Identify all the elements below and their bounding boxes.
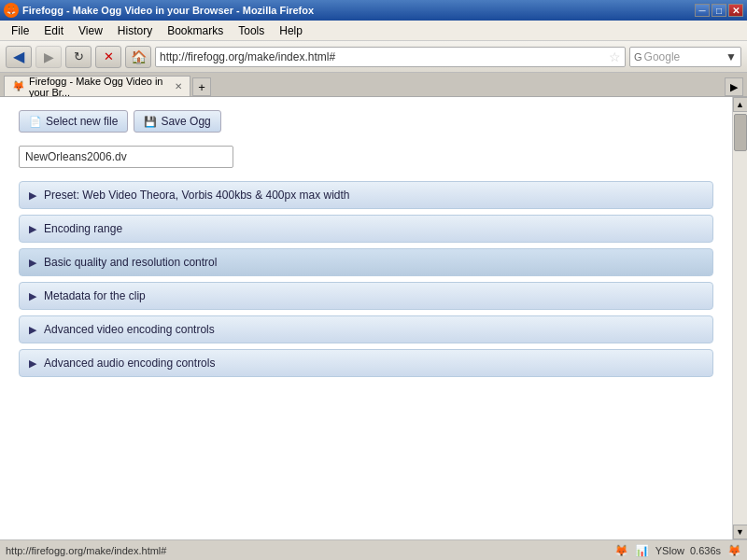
menu-edit[interactable]: Edit [36, 22, 71, 39]
section-basic-quality[interactable]: ▶ Basic quality and resolution control [19, 248, 713, 276]
chevron-right-icon: ▶ [29, 257, 36, 269]
page-content: 📄 Select new file 💾 Save Ogg NewOrleans2… [0, 97, 732, 539]
section-encoding-range-label: Encoding range [44, 222, 122, 235]
chevron-right-icon: ▶ [29, 357, 36, 370]
tab-favicon: 🦊 [12, 80, 25, 92]
firefox-status-icon: 🦊 [726, 543, 741, 558]
close-button[interactable]: ✕ [728, 4, 743, 17]
scroll-up-button[interactable]: ▲ [733, 97, 748, 112]
yslow-label: YSlow [655, 545, 684, 556]
scrollbar[interactable]: ▲ ▼ [732, 97, 747, 539]
section-advanced-audio-header[interactable]: ▶ Advanced audio encoding controls [20, 350, 712, 376]
section-encoding-range[interactable]: ▶ Encoding range [19, 215, 713, 243]
home-button[interactable]: 🏠 [125, 46, 151, 68]
title-bar-left: 🦊 Firefogg - Make Ogg Video in your Brow… [4, 3, 314, 18]
google-icon: G [634, 51, 642, 63]
section-basic-quality-label: Basic quality and resolution control [44, 256, 217, 269]
tab-bar: 🦊 Firefogg - Make Ogg Video in your Br..… [0, 73, 747, 97]
tab-label: Firefogg - Make Ogg Video in your Br... [29, 76, 171, 98]
title-bar: 🦊 Firefogg - Make Ogg Video in your Brow… [0, 0, 747, 21]
tab-scroll-right-button[interactable]: ▶ [725, 77, 743, 96]
page-area: 📄 Select new file 💾 Save Ogg NewOrleans2… [0, 97, 747, 539]
tab-close-icon[interactable]: ✕ [175, 81, 182, 91]
section-metadata-label: Metadata for the clip [44, 289, 146, 302]
maximize-button[interactable]: □ [712, 4, 726, 17]
section-preset-header[interactable]: ▶ Preset: Web Video Theora, Vorbis 400kb… [20, 182, 712, 208]
chevron-right-icon: ▶ [29, 223, 36, 235]
menu-view[interactable]: View [71, 22, 110, 39]
status-right: 🦊 📊 YSlow 0.636s 🦊 [614, 543, 741, 558]
section-advanced-video[interactable]: ▶ Advanced video encoding controls [19, 315, 713, 343]
section-advanced-audio-label: Advanced audio encoding controls [44, 357, 215, 370]
section-basic-quality-header[interactable]: ▶ Basic quality and resolution control [20, 249, 712, 275]
section-preset[interactable]: ▶ Preset: Web Video Theora, Vorbis 400kb… [19, 181, 713, 209]
load-time: 0.636s [690, 545, 721, 556]
minimize-button[interactable]: ─ [695, 4, 710, 17]
select-new-file-button[interactable]: 📄 Select new file [19, 110, 128, 133]
file-icon: 📄 [29, 116, 42, 128]
search-dropdown-icon[interactable]: ▼ [726, 50, 737, 63]
section-encoding-range-header[interactable]: ▶ Encoding range [20, 216, 712, 242]
menu-bar: File Edit View History Bookmarks Tools H… [0, 21, 747, 41]
section-metadata[interactable]: ▶ Metadata for the clip [19, 282, 713, 310]
nav-bar: ◀ ▶ ↻ ✕ 🏠 http://firefogg.org/make/index… [0, 41, 747, 73]
file-name-display: NewOrleans2006.dv [19, 146, 233, 168]
section-advanced-audio[interactable]: ▶ Advanced audio encoding controls [19, 349, 713, 377]
menu-bookmarks[interactable]: Bookmarks [160, 22, 231, 39]
search-placeholder: Google [644, 50, 725, 63]
back-button[interactable]: ◀ [6, 46, 32, 68]
url-text: http://firefogg.org/make/index.html# [160, 50, 607, 63]
status-url: http://firefogg.org/make/index.html# [6, 545, 166, 556]
save-icon: 💾 [144, 116, 157, 128]
menu-history[interactable]: History [110, 22, 160, 39]
window-title: Firefogg - Make Ogg Video in your Browse… [22, 5, 314, 16]
new-tab-button[interactable]: + [192, 77, 211, 96]
file-name-text: NewOrleans2006.dv [25, 150, 127, 163]
menu-tools[interactable]: Tools [231, 22, 272, 39]
menu-file[interactable]: File [4, 22, 36, 39]
yslow-icon: 📊 [635, 543, 650, 558]
active-tab[interactable]: 🦊 Firefogg - Make Ogg Video in your Br..… [4, 76, 190, 96]
firefox-icon: 🦊 [4, 3, 19, 18]
menu-help[interactable]: Help [272, 22, 310, 39]
scroll-track[interactable] [733, 112, 747, 525]
scroll-thumb[interactable] [734, 114, 747, 151]
toolbar: 📄 Select new file 💾 Save Ogg [19, 110, 713, 133]
chevron-right-icon: ▶ [29, 290, 36, 302]
stop-button[interactable]: ✕ [95, 46, 121, 68]
section-advanced-video-label: Advanced video encoding controls [44, 323, 215, 336]
section-advanced-video-header[interactable]: ▶ Advanced video encoding controls [20, 316, 712, 343]
save-ogg-label: Save Ogg [161, 115, 210, 128]
forward-button[interactable]: ▶ [35, 46, 62, 68]
window-controls[interactable]: ─ □ ✕ [695, 4, 743, 17]
chevron-right-icon: ▶ [29, 189, 36, 202]
search-bar[interactable]: G Google ▼ [629, 47, 741, 67]
scroll-down-button[interactable]: ▼ [733, 525, 748, 539]
save-ogg-button[interactable]: 💾 Save Ogg [134, 110, 220, 133]
chevron-right-icon: ▶ [29, 324, 36, 336]
url-bar[interactable]: http://firefogg.org/make/index.html# ☆ [155, 47, 626, 67]
firefogg-status-icon: 🦊 [614, 543, 629, 558]
refresh-button[interactable]: ↻ [65, 46, 92, 68]
status-bar: http://firefogg.org/make/index.html# 🦊 📊… [0, 539, 747, 560]
section-preset-label: Preset: Web Video Theora, Vorbis 400kbs … [44, 189, 350, 202]
section-metadata-header[interactable]: ▶ Metadata for the clip [20, 283, 712, 309]
select-new-file-label: Select new file [46, 115, 118, 128]
bookmark-star-icon[interactable]: ☆ [609, 49, 621, 64]
